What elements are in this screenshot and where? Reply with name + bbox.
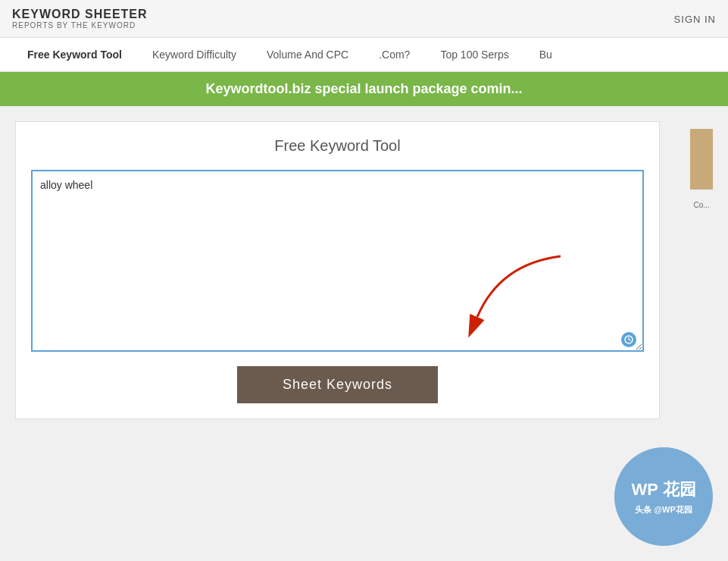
- promo-banner: Keywordtool.biz special launch package c…: [0, 72, 728, 106]
- nav-item-free-keyword-tool[interactable]: Free Keyword Tool: [12, 38, 137, 71]
- brand-subtitle: REPORTS BY THE KEYWORD: [12, 21, 148, 30]
- banner-text: Keywordtool.biz special launch package c…: [205, 81, 522, 96]
- nav-item-top-100-serps[interactable]: Top 100 Serps: [425, 38, 523, 71]
- side-label: Co...: [693, 201, 709, 209]
- sheet-keywords-button[interactable]: Sheet Keywords: [237, 366, 438, 403]
- side-tab[interactable]: [690, 129, 713, 190]
- main-nav: Free Keyword Tool Keyword Difficulty Vol…: [0, 38, 728, 72]
- nav-item-volume-and-cpc[interactable]: Volume And CPC: [252, 38, 364, 71]
- header: KEYWORD SHEETER REPORTS BY THE KEYWORD S…: [0, 0, 728, 38]
- content-area: Free Keyword Tool alloy wheel: [0, 121, 675, 419]
- tool-title: Free Keyword Tool: [31, 137, 644, 155]
- refresh-icon: [621, 332, 636, 347]
- keyword-textarea[interactable]: alloy wheel: [31, 170, 644, 352]
- nav-item-bu[interactable]: Bu: [524, 38, 567, 71]
- input-wrapper: alloy wheel: [31, 170, 644, 355]
- tool-container: Free Keyword Tool alloy wheel: [15, 121, 660, 419]
- side-panel: Co...: [675, 121, 728, 419]
- brand-name: KEYWORD SHEETER: [12, 8, 148, 21]
- nav-item-keyword-difficulty[interactable]: Keyword Difficulty: [137, 38, 252, 71]
- header-right: SIGN IN: [674, 12, 716, 26]
- sign-in-link[interactable]: SIGN IN: [674, 14, 716, 25]
- brand-area: KEYWORD SHEETER REPORTS BY THE KEYWORD: [12, 8, 148, 30]
- main-content: Free Keyword Tool alloy wheel: [0, 106, 728, 434]
- nav-item-com[interactable]: .Com?: [364, 38, 425, 71]
